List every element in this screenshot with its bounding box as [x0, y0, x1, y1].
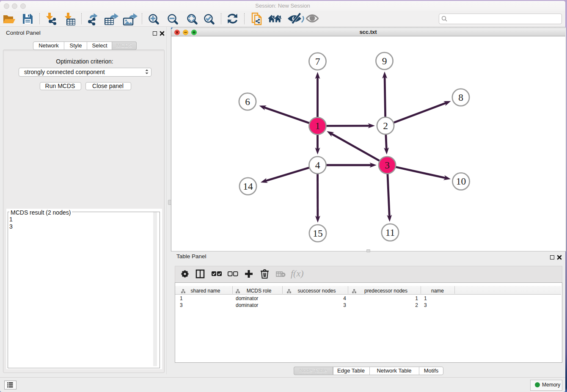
svg-text:4: 4	[315, 160, 320, 171]
svg-text:3: 3	[385, 160, 390, 171]
svg-text:9: 9	[382, 55, 387, 66]
svg-text:14: 14	[243, 181, 253, 192]
svg-text:15: 15	[313, 228, 323, 239]
svg-text:10: 10	[456, 176, 466, 187]
svg-text:11: 11	[385, 227, 395, 238]
svg-text:7: 7	[315, 56, 320, 67]
svg-text:1: 1	[315, 120, 320, 131]
svg-text:6: 6	[245, 96, 250, 107]
svg-text:2: 2	[383, 120, 388, 131]
svg-text:8: 8	[458, 92, 463, 103]
